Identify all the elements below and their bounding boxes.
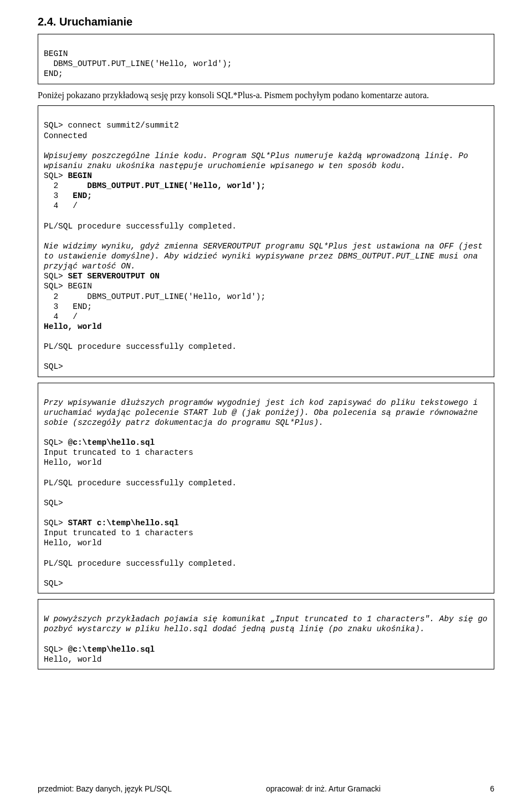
code-comment: Wpisujemy poszczególne linie kodu. Progr… [44, 151, 473, 170]
code-line: Hello, world [44, 539, 101, 547]
code-line: SQL> connect summit2/summit2 [44, 121, 179, 130]
code-line: SQL> [44, 579, 63, 588]
code-box-4: W powyższych przykładach pojawia się kom… [38, 599, 494, 669]
code-line: Hello, world [44, 655, 101, 664]
code-line: SQL> BEGIN [44, 171, 92, 180]
code-box-3: Przy wpisywanie dłuższych programów wygo… [38, 383, 494, 594]
prompt: SQL> [44, 171, 68, 180]
code-line: SQL> @c:\temp\hello.sql [44, 438, 155, 447]
code-line: Input truncated to 1 characters [44, 529, 193, 537]
footer-page-number: 6 [478, 784, 494, 793]
code-line: 2 DBMS_OUTPUT.PUT_LINE('Hello, world'); [44, 292, 265, 301]
section-heading: 2.4. Uruchamianie [38, 16, 494, 28]
code-comment: Nie widzimy wyniku, gdyż zmienna SERVERO… [44, 242, 488, 271]
line-num: 2 [44, 181, 87, 190]
code-bold: @c:\temp\hello.sql [68, 645, 155, 654]
code-box-2: SQL> connect summit2/summit2 Connected W… [38, 105, 494, 377]
code-comment: W powyższych przykładach pojawia się kom… [44, 615, 492, 633]
code-line: 4 / [44, 312, 78, 321]
code-bold: DBMS_OUTPUT.PUT_LINE('Hello, world'); [87, 181, 265, 190]
code-bold: BEGIN [68, 171, 93, 180]
code-line: 4 / [44, 201, 78, 210]
footer-left: przedmiot: Bazy danych, język PL/SQL [38, 784, 249, 793]
code-line: 3 END; [44, 191, 92, 200]
code-line: Hello, world [44, 322, 101, 331]
code-line: 3 END; [44, 302, 92, 311]
code-line: SQL> [44, 362, 63, 371]
code-line: Input truncated to 1 characters [44, 448, 193, 457]
footer: przedmiot: Bazy danych, język PL/SQL opr… [38, 784, 494, 793]
code-line: 2 DBMS_OUTPUT.PUT_LINE('Hello, world'); [44, 181, 265, 190]
code-line: PL/SQL procedure successfully completed. [44, 479, 237, 488]
code-line: BEGIN [44, 49, 68, 58]
code-line: Connected [44, 131, 87, 140]
code-line: PL/SQL procedure successfully completed. [44, 559, 237, 568]
code-box-1: BEGIN DBMS_OUTPUT.PUT_LINE('Hello, world… [38, 34, 494, 84]
code-bold: END; [73, 191, 92, 200]
prompt: SQL> [44, 645, 68, 654]
code-line: END; [44, 69, 63, 78]
prompt: SQL> [44, 519, 68, 527]
code-line: SQL> @c:\temp\hello.sql [44, 645, 155, 654]
footer-mid: opracował: dr inż. Artur Gramacki [249, 784, 478, 793]
code-line: SQL> [44, 499, 63, 507]
code-line: PL/SQL procedure successfully completed. [44, 222, 237, 231]
prompt: SQL> [44, 272, 68, 281]
code-line: DBMS_OUTPUT.PUT_LINE('Hello, world'); [44, 59, 232, 68]
paragraph: Poniżej pokazano przykładową sesję przy … [38, 90, 494, 101]
code-line: SQL> BEGIN [44, 282, 92, 291]
code-line: SQL> SET SERVEROUTPUT ON [44, 272, 160, 281]
code-line: PL/SQL procedure successfully completed. [44, 342, 237, 351]
line-num: 3 [44, 191, 73, 200]
code-comment: Przy wpisywanie dłuższych programów wygo… [44, 398, 483, 427]
page: 2.4. Uruchamianie BEGIN DBMS_OUTPUT.PUT_… [0, 0, 532, 802]
code-line: SQL> START c:\temp\hello.sql [44, 519, 179, 527]
code-bold: SET SERVEROUTPUT ON [68, 272, 160, 281]
prompt: SQL> [44, 438, 68, 447]
code-bold: @c:\temp\hello.sql [68, 438, 155, 447]
code-bold: START c:\temp\hello.sql [68, 519, 179, 527]
code-line: Hello, world [44, 458, 101, 467]
